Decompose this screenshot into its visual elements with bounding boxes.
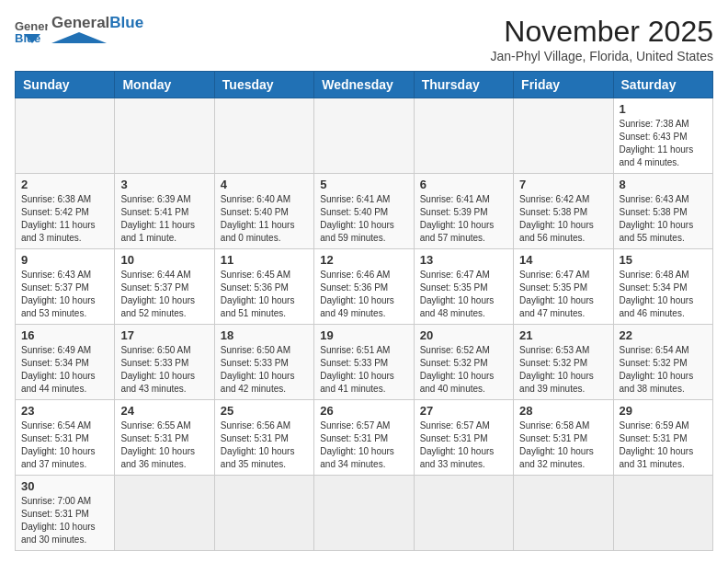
calendar-cell: 20Sunrise: 6:52 AM Sunset: 5:32 PM Dayli… [414, 325, 513, 400]
day-info: Sunrise: 7:38 AM Sunset: 6:43 PM Dayligh… [620, 118, 707, 169]
day-number: 28 [519, 404, 607, 418]
calendar-cell: 15Sunrise: 6:48 AM Sunset: 5:34 PM Dayli… [613, 249, 712, 325]
calendar-week-row: 9Sunrise: 6:43 AM Sunset: 5:37 PM Daylig… [16, 249, 713, 325]
logo-general: General [51, 14, 109, 31]
day-number: 13 [420, 253, 507, 267]
day-number: 12 [320, 253, 407, 267]
calendar-cell [16, 98, 115, 174]
calendar-table: Sunday Monday Tuesday Wednesday Thursday… [15, 71, 713, 551]
day-info: Sunrise: 6:53 AM Sunset: 5:32 PM Dayligh… [519, 344, 607, 396]
calendar-cell: 21Sunrise: 6:53 AM Sunset: 5:32 PM Dayli… [514, 325, 613, 400]
calendar-cell: 26Sunrise: 6:57 AM Sunset: 5:31 PM Dayli… [314, 400, 414, 476]
calendar-cell: 1Sunrise: 7:38 AM Sunset: 6:43 PM Daylig… [613, 98, 712, 174]
calendar-cell [214, 476, 313, 551]
day-info: Sunrise: 6:45 AM Sunset: 5:36 PM Dayligh… [221, 269, 308, 320]
day-info: Sunrise: 6:54 AM Sunset: 5:32 PM Dayligh… [620, 344, 707, 396]
day-info: Sunrise: 6:50 AM Sunset: 5:33 PM Dayligh… [221, 344, 308, 396]
day-number: 10 [120, 253, 208, 267]
day-number: 27 [420, 404, 507, 418]
day-number: 30 [21, 479, 108, 493]
calendar-cell [115, 98, 214, 174]
header-monday: Monday [115, 72, 214, 98]
day-info: Sunrise: 6:54 AM Sunset: 5:31 PM Dayligh… [21, 419, 108, 471]
calendar-cell: 19Sunrise: 6:51 AM Sunset: 5:33 PM Dayli… [314, 325, 414, 400]
day-number: 20 [420, 328, 507, 342]
header-saturday: Saturday [613, 72, 712, 98]
header-friday: Friday [514, 72, 613, 98]
calendar-cell: 30Sunrise: 7:00 AM Sunset: 5:31 PM Dayli… [16, 476, 115, 551]
calendar-cell [414, 98, 513, 174]
day-info: Sunrise: 6:39 AM Sunset: 5:41 PM Dayligh… [120, 193, 208, 245]
calendar-week-row: 16Sunrise: 6:49 AM Sunset: 5:34 PM Dayli… [16, 325, 713, 400]
day-number: 18 [221, 328, 308, 342]
calendar-cell [115, 476, 214, 551]
day-info: Sunrise: 6:52 AM Sunset: 5:32 PM Dayligh… [420, 344, 507, 396]
day-info: Sunrise: 7:00 AM Sunset: 5:31 PM Dayligh… [21, 495, 108, 546]
day-info: Sunrise: 6:38 AM Sunset: 5:42 PM Dayligh… [21, 193, 108, 245]
day-info: Sunrise: 6:42 AM Sunset: 5:38 PM Dayligh… [519, 193, 607, 245]
day-info: Sunrise: 6:43 AM Sunset: 5:38 PM Dayligh… [620, 193, 707, 245]
day-info: Sunrise: 6:55 AM Sunset: 5:31 PM Dayligh… [120, 419, 208, 471]
logo-blue: Blue [109, 14, 143, 31]
calendar-header: General Blue GeneralBlue November 2025 J… [15, 15, 713, 63]
day-number: 4 [221, 178, 308, 191]
calendar-cell: 6Sunrise: 6:41 AM Sunset: 5:39 PM Daylig… [414, 174, 513, 249]
calendar-cell [414, 476, 513, 551]
calendar-cell: 29Sunrise: 6:59 AM Sunset: 5:31 PM Dayli… [613, 400, 712, 476]
day-number: 24 [120, 404, 208, 418]
calendar-cell [314, 98, 414, 174]
calendar-cell: 9Sunrise: 6:43 AM Sunset: 5:37 PM Daylig… [16, 249, 115, 325]
day-info: Sunrise: 6:43 AM Sunset: 5:37 PM Dayligh… [21, 269, 108, 320]
calendar-week-row: 30Sunrise: 7:00 AM Sunset: 5:31 PM Dayli… [16, 476, 713, 551]
day-number: 7 [519, 178, 607, 191]
calendar-cell [514, 98, 613, 174]
calendar-cell [214, 98, 313, 174]
day-number: 25 [221, 404, 308, 418]
day-info: Sunrise: 6:58 AM Sunset: 5:31 PM Dayligh… [519, 419, 607, 471]
title-area: November 2025 Jan-Phyl Village, Florida,… [490, 15, 713, 63]
calendar-cell [314, 476, 414, 551]
day-number: 15 [620, 253, 707, 267]
calendar-cell [613, 476, 712, 551]
day-info: Sunrise: 6:59 AM Sunset: 5:31 PM Dayligh… [620, 419, 707, 471]
calendar-cell: 16Sunrise: 6:49 AM Sunset: 5:34 PM Dayli… [16, 325, 115, 400]
calendar-cell: 5Sunrise: 6:41 AM Sunset: 5:40 PM Daylig… [314, 174, 414, 249]
header-wednesday: Wednesday [314, 72, 414, 98]
calendar-cell: 13Sunrise: 6:47 AM Sunset: 5:35 PM Dayli… [414, 249, 513, 325]
header-sunday: Sunday [16, 72, 115, 98]
calendar-week-row: 1Sunrise: 7:38 AM Sunset: 6:43 PM Daylig… [16, 98, 713, 174]
calendar-cell: 18Sunrise: 6:50 AM Sunset: 5:33 PM Dayli… [214, 325, 313, 400]
logo: General Blue GeneralBlue [15, 15, 143, 46]
day-number: 6 [420, 178, 507, 191]
day-number: 9 [21, 253, 108, 267]
calendar-cell: 12Sunrise: 6:46 AM Sunset: 5:36 PM Dayli… [314, 249, 414, 325]
logo-triangle-icon [51, 32, 107, 43]
day-number: 17 [120, 328, 208, 342]
svg-marker-3 [51, 32, 107, 43]
day-info: Sunrise: 6:41 AM Sunset: 5:40 PM Dayligh… [320, 193, 407, 245]
day-info: Sunrise: 6:46 AM Sunset: 5:36 PM Dayligh… [320, 269, 407, 320]
header-thursday: Thursday [414, 72, 513, 98]
day-info: Sunrise: 6:44 AM Sunset: 5:37 PM Dayligh… [120, 269, 208, 320]
calendar-cell: 17Sunrise: 6:50 AM Sunset: 5:33 PM Dayli… [115, 325, 214, 400]
calendar-cell: 11Sunrise: 6:45 AM Sunset: 5:36 PM Dayli… [214, 249, 313, 325]
day-number: 5 [320, 178, 407, 191]
day-info: Sunrise: 6:48 AM Sunset: 5:34 PM Dayligh… [620, 269, 707, 320]
day-number: 23 [21, 404, 108, 418]
calendar-cell: 14Sunrise: 6:47 AM Sunset: 5:35 PM Dayli… [514, 249, 613, 325]
calendar-cell: 27Sunrise: 6:57 AM Sunset: 5:31 PM Dayli… [414, 400, 513, 476]
day-info: Sunrise: 6:50 AM Sunset: 5:33 PM Dayligh… [120, 344, 208, 396]
day-number: 11 [221, 253, 308, 267]
day-info: Sunrise: 6:49 AM Sunset: 5:34 PM Dayligh… [21, 344, 108, 396]
day-number: 1 [620, 102, 707, 116]
day-info: Sunrise: 6:57 AM Sunset: 5:31 PM Dayligh… [420, 419, 507, 471]
day-info: Sunrise: 6:57 AM Sunset: 5:31 PM Dayligh… [320, 419, 407, 471]
day-number: 26 [320, 404, 407, 418]
calendar-cell: 3Sunrise: 6:39 AM Sunset: 5:41 PM Daylig… [115, 174, 214, 249]
calendar-cell: 28Sunrise: 6:58 AM Sunset: 5:31 PM Dayli… [514, 400, 613, 476]
day-number: 19 [320, 328, 407, 342]
day-info: Sunrise: 6:47 AM Sunset: 5:35 PM Dayligh… [519, 269, 607, 320]
day-number: 8 [620, 178, 707, 191]
day-number: 14 [519, 253, 607, 267]
calendar-cell: 8Sunrise: 6:43 AM Sunset: 5:38 PM Daylig… [613, 174, 712, 249]
